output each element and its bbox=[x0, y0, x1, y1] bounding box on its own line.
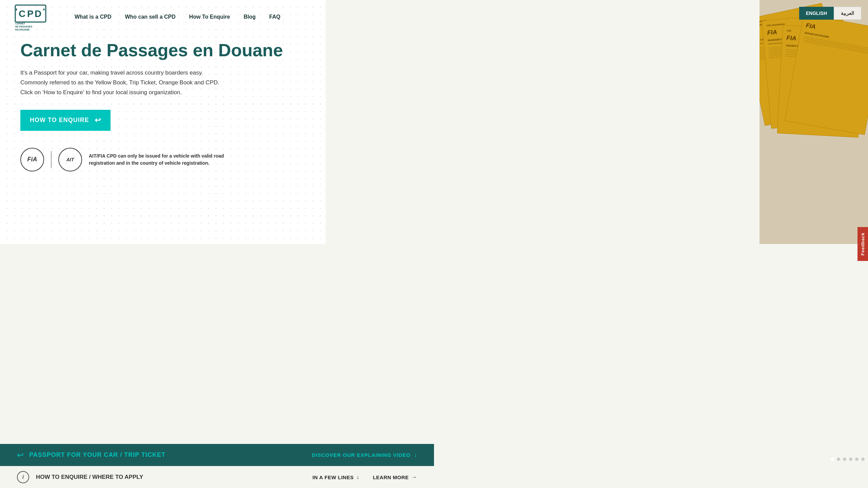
nav-faq[interactable]: FAQ bbox=[269, 14, 280, 20]
nav-what-is-cpd[interactable]: What is a CPD bbox=[75, 14, 111, 20]
hero-content: Carnet de Passages en Douane It's a Pass… bbox=[20, 41, 309, 171]
svg-marker-5 bbox=[43, 8, 45, 11]
cta-label: HOW TO ENQUIRE bbox=[30, 117, 89, 124]
svg-text:C: C bbox=[19, 8, 25, 19]
nav-how-to-enquire[interactable]: How To Enquire bbox=[189, 14, 230, 20]
hero-description: It's a Passport for your car, making tra… bbox=[20, 68, 285, 98]
svg-text:D: D bbox=[35, 8, 41, 19]
fia-logo: FiA bbox=[20, 148, 44, 171]
navbar: C P D CARNET DE PASSAGES EN DOUANE What … bbox=[0, 0, 326, 34]
org-separator bbox=[51, 151, 52, 168]
logo-svg: C P D CARNET DE PASSAGES EN DOUANE bbox=[14, 3, 54, 30]
nav-blog[interactable]: Blog bbox=[243, 14, 256, 20]
logo-area: C P D CARNET DE PASSAGES EN DOUANE bbox=[14, 3, 54, 30]
nav-who-can-sell[interactable]: Who can sell a CPD bbox=[125, 14, 175, 20]
nav-links: What is a CPD Who can sell a CPD How To … bbox=[75, 14, 312, 20]
svg-text:DE PASSAGES: DE PASSAGES bbox=[15, 25, 32, 28]
hero-title: Carnet de Passages en Douane bbox=[20, 41, 309, 60]
svg-text:CARNET: CARNET bbox=[15, 22, 25, 25]
how-to-enquire-button[interactable]: HOW TO ENQUIRE ↩ bbox=[20, 110, 111, 131]
org-logos: FiA AIT AIT/FIA CPD can only be issued f… bbox=[20, 148, 309, 171]
svg-text:EN DOUANE: EN DOUANE bbox=[15, 28, 29, 30]
org-description: AIT/FIA CPD can only be issued for a veh… bbox=[89, 152, 224, 167]
ait-logo: AIT bbox=[58, 148, 82, 171]
cta-arrow-icon: ↩ bbox=[95, 116, 101, 125]
svg-text:P: P bbox=[27, 8, 34, 19]
